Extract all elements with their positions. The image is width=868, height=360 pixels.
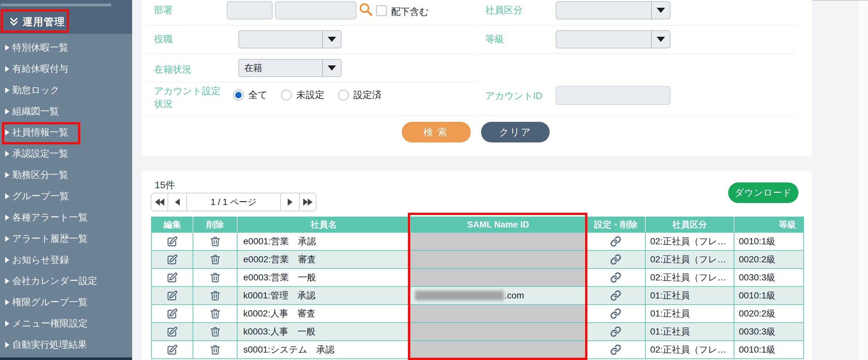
sidebar-item[interactable]: 勤怠ロック <box>5 83 60 97</box>
sidebar-item[interactable]: グループ一覧 <box>5 189 69 203</box>
employee-class-label: 社員区分 <box>485 4 523 17</box>
delete-button[interactable] <box>193 323 238 340</box>
trash-icon <box>210 343 221 356</box>
edit-button[interactable] <box>152 323 193 340</box>
employee-class-select[interactable] <box>556 1 671 19</box>
radio-unset[interactable] <box>281 90 292 100</box>
grade-cell: 0010:1級 <box>734 233 804 250</box>
trash-icon <box>210 307 221 320</box>
employee-name-cell: k0003:人事 一般 <box>238 323 410 340</box>
table-row: e0003:営業 一般02:正社員（フレ…0030:3級 <box>152 269 804 287</box>
radio-all-label: 全て <box>248 89 268 101</box>
sso-setting-link-button[interactable] <box>586 251 646 268</box>
sso-setting-link-button[interactable] <box>586 233 646 250</box>
sidebar-item[interactable]: 自動実行処理結果 <box>5 338 87 352</box>
delete-button[interactable] <box>193 305 238 322</box>
enrollment-status-select[interactable]: 在籍 <box>239 59 342 77</box>
sidebar-item[interactable]: 有給休暇付与 <box>5 62 68 76</box>
triangle-right-icon <box>5 321 9 327</box>
employee-class-cell: 01:正社員 <box>646 305 734 322</box>
results-panel: 15件 1 / 1 ページ ダウンロード 編集削除社員名SAML Name ID… <box>142 171 812 360</box>
sidebar: 運用管理 特別休暇一覧有給休暇付与勤怠ロック組織図一覧社員情報一覧承認設定一覧勤… <box>0 0 132 360</box>
sidebar-item[interactable]: 会社カレンダー設定 <box>5 274 97 288</box>
search-icon[interactable] <box>358 2 373 17</box>
delete-button[interactable] <box>193 251 238 268</box>
prev-page-button[interactable] <box>167 193 186 211</box>
sidebar-item[interactable]: メニュー権限設定 <box>5 317 88 331</box>
sidebar-item-label: 有給休暇付与 <box>12 62 68 76</box>
column-header: 削除 <box>193 217 238 233</box>
triangle-right-icon <box>5 87 9 93</box>
position-select[interactable] <box>239 30 342 48</box>
saml-name-id-cell <box>410 305 586 322</box>
chevron-down-icon <box>651 31 670 48</box>
pencil-square-icon <box>166 253 179 266</box>
employee-name-cell: s0001:システム 承認 <box>238 341 410 358</box>
sso-setting-link-button[interactable] <box>586 323 646 340</box>
edit-button[interactable] <box>152 305 193 322</box>
sidebar-item[interactable]: 社員情報一覧 <box>5 125 68 140</box>
sidebar-item[interactable]: 組織図一覧 <box>5 104 59 119</box>
grade-cell: 0010:1級 <box>734 287 804 304</box>
clear-button[interactable]: クリア <box>481 122 550 143</box>
delete-button[interactable] <box>193 341 238 358</box>
edit-button[interactable] <box>152 251 193 268</box>
edit-button[interactable] <box>152 287 193 304</box>
next-page-button[interactable] <box>280 193 299 211</box>
delete-button[interactable] <box>193 287 238 304</box>
column-header: SAML Name ID <box>410 217 586 233</box>
radio-set[interactable] <box>338 90 349 100</box>
include-subordinates-checkbox[interactable] <box>376 5 387 16</box>
sso-setting-link-button[interactable] <box>586 305 646 322</box>
sidebar-item[interactable]: お知らせ登録 <box>5 253 69 267</box>
triangle-right-icon <box>5 109 9 114</box>
scrollbar-track[interactable] <box>857 1 868 360</box>
table-row: s0001:システム 承認02:正社員（フレ…0010:1級 <box>152 341 804 359</box>
first-page-button[interactable] <box>151 193 167 211</box>
sidebar-item[interactable]: 承認設定一覧 <box>5 147 68 161</box>
employee-name-cell: e0003:営業 一般 <box>238 269 410 286</box>
edit-button[interactable] <box>152 341 193 358</box>
account-setting-radio-group: 全て 未設定 設定済 <box>233 89 381 101</box>
grade-select[interactable] <box>556 30 671 48</box>
employee-class-cell: 01:正社員 <box>646 323 734 340</box>
sso-setting-link-button[interactable] <box>586 341 646 358</box>
download-button[interactable]: ダウンロード <box>728 182 798 203</box>
employee-class-cell: 01:正社員 <box>646 287 734 304</box>
sidebar-section-operations[interactable]: 運用管理 <box>0 10 132 34</box>
sidebar-item-label: 特別休暇一覧 <box>12 41 68 54</box>
table-row: k0002:人事 審査01:正社員0020:2級 <box>152 305 804 323</box>
department-code-input[interactable] <box>227 1 273 19</box>
sidebar-item-label: 会社カレンダー設定 <box>12 275 97 288</box>
edit-button[interactable] <box>152 269 193 286</box>
sso-setting-link-button[interactable] <box>586 287 646 304</box>
trash-icon <box>210 290 221 302</box>
department-name-input[interactable] <box>275 1 356 19</box>
sidebar-item-label: 勤務区分一覧 <box>12 169 68 181</box>
sidebar-item[interactable]: アラート履歴一覧 <box>5 232 88 246</box>
employee-class-cell: 02:正社員（フレ… <box>646 251 734 268</box>
delete-button[interactable] <box>193 269 238 286</box>
employee-name-cell: e0001:営業 承認 <box>238 233 410 250</box>
radio-all[interactable] <box>233 90 244 100</box>
edit-button[interactable] <box>152 233 193 250</box>
sidebar-item-label: メニュー権限設定 <box>12 317 88 330</box>
include-subordinates-label: 配下含む <box>391 5 429 18</box>
sso-setting-link-button[interactable] <box>586 269 646 286</box>
account-id-input[interactable] <box>556 86 671 105</box>
last-page-button[interactable] <box>299 193 316 211</box>
divider <box>481 25 795 26</box>
trash-icon <box>210 326 221 338</box>
sidebar-item[interactable]: 勤務区分一覧 <box>5 168 68 182</box>
search-button[interactable]: 検索 <box>402 122 471 143</box>
divider <box>147 25 477 26</box>
sidebar-item-label: 各種アラート一覧 <box>12 211 88 224</box>
enrollment-status-value: 在籍 <box>239 62 322 74</box>
triangle-right-icon <box>5 45 9 51</box>
triangle-right-icon <box>5 129 9 136</box>
sidebar-item[interactable]: 権限グループ一覧 <box>5 295 88 309</box>
sidebar-item[interactable]: 特別休暇一覧 <box>5 40 68 55</box>
delete-button[interactable] <box>193 233 238 250</box>
column-header: 設定・削除 <box>586 217 646 233</box>
sidebar-item[interactable]: 各種アラート一覧 <box>5 210 88 224</box>
